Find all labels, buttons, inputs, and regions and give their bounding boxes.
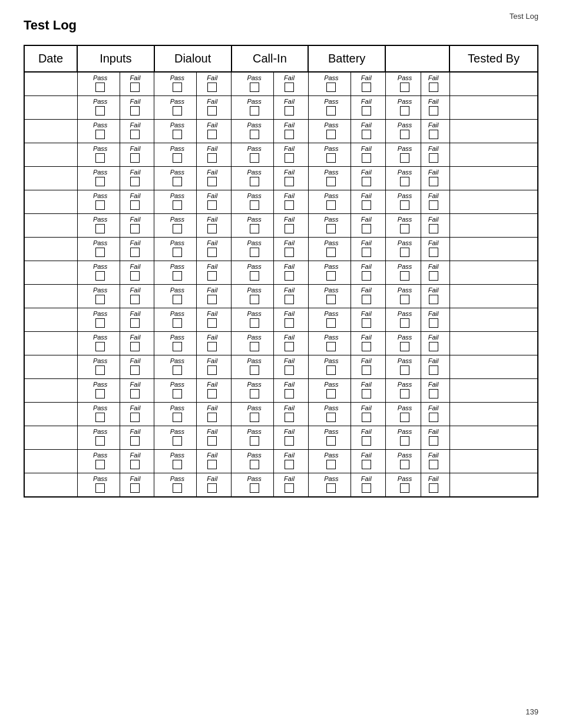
pass-checkbox[interactable] <box>400 177 409 186</box>
tested-by-cell[interactable] <box>449 473 538 498</box>
fail-checkbox[interactable] <box>130 460 140 469</box>
fail-checkbox[interactable] <box>207 483 217 493</box>
fail-checkbox[interactable] <box>130 436 140 446</box>
fail-checkbox[interactable] <box>429 153 438 163</box>
pass-checkbox[interactable] <box>250 389 259 398</box>
pass-checkbox[interactable] <box>250 177 259 186</box>
fail-checkbox[interactable] <box>429 436 438 446</box>
fail-checkbox[interactable] <box>207 130 217 139</box>
pass-checkbox[interactable] <box>173 177 182 186</box>
date-cell[interactable] <box>24 214 77 238</box>
fail-checkbox[interactable] <box>429 318 438 328</box>
fail-checkbox[interactable] <box>285 200 294 210</box>
pass-checkbox[interactable] <box>400 200 409 210</box>
pass-checkbox[interactable] <box>95 106 105 116</box>
date-cell[interactable] <box>24 473 77 498</box>
fail-checkbox[interactable] <box>429 342 438 351</box>
fail-checkbox[interactable] <box>207 200 217 210</box>
fail-checkbox[interactable] <box>285 106 294 116</box>
pass-checkbox[interactable] <box>250 436 259 446</box>
date-cell[interactable] <box>24 143 77 167</box>
fail-checkbox[interactable] <box>362 153 371 163</box>
pass-checkbox[interactable] <box>173 271 182 281</box>
pass-checkbox[interactable] <box>95 248 105 257</box>
pass-checkbox[interactable] <box>173 389 182 398</box>
pass-checkbox[interactable] <box>326 413 336 422</box>
pass-checkbox[interactable] <box>400 83 409 92</box>
pass-checkbox[interactable] <box>173 224 182 233</box>
date-cell[interactable] <box>24 332 77 355</box>
tested-by-cell[interactable] <box>449 308 538 332</box>
fail-checkbox[interactable] <box>429 224 438 233</box>
pass-checkbox[interactable] <box>326 153 336 163</box>
fail-checkbox[interactable] <box>130 106 140 116</box>
pass-checkbox[interactable] <box>250 130 259 139</box>
fail-checkbox[interactable] <box>362 200 371 210</box>
pass-checkbox[interactable] <box>250 365 259 375</box>
fail-checkbox[interactable] <box>207 365 217 375</box>
tested-by-cell[interactable] <box>449 167 538 190</box>
fail-checkbox[interactable] <box>285 224 294 233</box>
pass-checkbox[interactable] <box>95 413 105 422</box>
pass-checkbox[interactable] <box>400 106 409 116</box>
fail-checkbox[interactable] <box>207 460 217 469</box>
pass-checkbox[interactable] <box>400 413 409 422</box>
tested-by-cell[interactable] <box>449 120 538 143</box>
fail-checkbox[interactable] <box>285 177 294 186</box>
pass-checkbox[interactable] <box>95 271 105 281</box>
pass-checkbox[interactable] <box>326 130 336 139</box>
fail-checkbox[interactable] <box>362 224 371 233</box>
fail-checkbox[interactable] <box>130 83 140 92</box>
fail-checkbox[interactable] <box>207 342 217 351</box>
pass-checkbox[interactable] <box>95 200 105 210</box>
pass-checkbox[interactable] <box>173 483 182 493</box>
tested-by-cell[interactable] <box>449 214 538 238</box>
pass-checkbox[interactable] <box>400 389 409 398</box>
pass-checkbox[interactable] <box>250 153 259 163</box>
date-cell[interactable] <box>24 308 77 332</box>
tested-by-cell[interactable] <box>449 332 538 355</box>
fail-checkbox[interactable] <box>429 389 438 398</box>
fail-checkbox[interactable] <box>130 200 140 210</box>
fail-checkbox[interactable] <box>362 295 371 304</box>
pass-checkbox[interactable] <box>400 271 409 281</box>
fail-checkbox[interactable] <box>207 106 217 116</box>
pass-checkbox[interactable] <box>173 295 182 304</box>
fail-checkbox[interactable] <box>207 83 217 92</box>
fail-checkbox[interactable] <box>207 248 217 257</box>
pass-checkbox[interactable] <box>326 318 336 328</box>
tested-by-cell[interactable] <box>449 143 538 167</box>
tested-by-cell[interactable] <box>449 426 538 450</box>
pass-checkbox[interactable] <box>95 224 105 233</box>
pass-checkbox[interactable] <box>250 483 259 493</box>
fail-checkbox[interactable] <box>285 389 294 398</box>
date-cell[interactable] <box>24 285 77 308</box>
date-cell[interactable] <box>24 403 77 426</box>
pass-checkbox[interactable] <box>400 130 409 139</box>
pass-checkbox[interactable] <box>326 248 336 257</box>
fail-checkbox[interactable] <box>130 224 140 233</box>
pass-checkbox[interactable] <box>326 436 336 446</box>
pass-checkbox[interactable] <box>326 224 336 233</box>
fail-checkbox[interactable] <box>362 130 371 139</box>
pass-checkbox[interactable] <box>95 130 105 139</box>
fail-checkbox[interactable] <box>285 413 294 422</box>
pass-checkbox[interactable] <box>173 106 182 116</box>
pass-checkbox[interactable] <box>326 106 336 116</box>
fail-checkbox[interactable] <box>130 248 140 257</box>
tested-by-cell[interactable] <box>449 96 538 120</box>
fail-checkbox[interactable] <box>207 389 217 398</box>
date-cell[interactable] <box>24 167 77 190</box>
tested-by-cell[interactable] <box>449 379 538 403</box>
pass-checkbox[interactable] <box>173 153 182 163</box>
pass-checkbox[interactable] <box>400 153 409 163</box>
fail-checkbox[interactable] <box>285 318 294 328</box>
date-cell[interactable] <box>24 120 77 143</box>
tested-by-cell[interactable] <box>449 238 538 261</box>
fail-checkbox[interactable] <box>130 153 140 163</box>
pass-checkbox[interactable] <box>250 200 259 210</box>
pass-checkbox[interactable] <box>326 342 336 351</box>
pass-checkbox[interactable] <box>250 83 259 92</box>
pass-checkbox[interactable] <box>400 460 409 469</box>
fail-checkbox[interactable] <box>429 271 438 281</box>
